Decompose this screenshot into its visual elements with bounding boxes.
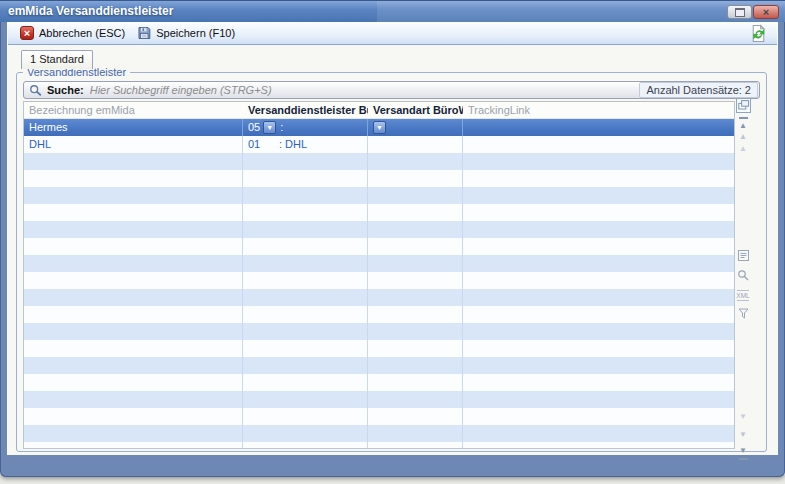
cell-empty	[368, 408, 463, 425]
filter-icon[interactable]	[735, 307, 751, 322]
cell-empty	[463, 289, 734, 306]
table-row-empty[interactable]	[24, 408, 734, 425]
cell-empty	[368, 442, 463, 448]
table-row-empty[interactable]	[24, 238, 734, 255]
cell-empty	[24, 255, 243, 272]
cancel-button[interactable]: × Abbrechen (ESC)	[14, 25, 131, 41]
cell-empty	[243, 221, 368, 238]
table-row-empty[interactable]	[24, 153, 734, 170]
close-button[interactable]: ×	[753, 5, 779, 19]
table-row-empty[interactable]	[24, 289, 734, 306]
table-row-empty[interactable]	[24, 391, 734, 408]
cell-empty	[24, 357, 243, 374]
cell-empty	[243, 272, 368, 289]
grid-side-toolbar: ▲ ▲ ▲	[735, 73, 753, 451]
cancel-button-label: Abbrechen (ESC)	[39, 27, 125, 39]
table-row-empty[interactable]	[24, 374, 734, 391]
vdl-dropdown[interactable]: ▼	[263, 121, 276, 134]
cell-empty	[24, 187, 243, 204]
table-row-empty[interactable]	[24, 425, 734, 442]
cell-empty	[463, 238, 734, 255]
cell-empty	[24, 204, 243, 221]
cell-empty	[368, 255, 463, 272]
table-row-empty[interactable]	[24, 357, 734, 374]
search-zoom-icon[interactable]	[735, 269, 751, 284]
versandart-dropdown[interactable]: ▼	[373, 121, 386, 134]
cell-empty	[24, 391, 243, 408]
refresh-icon	[749, 24, 768, 43]
titlebar[interactable]: emMida Versanddienstleister ×	[0, 0, 785, 22]
cell-empty	[24, 340, 243, 357]
table-row[interactable]: DHL01: DHL	[24, 136, 734, 153]
save-button[interactable]: Speichern (F10)	[131, 25, 241, 41]
cell-empty	[368, 425, 463, 442]
export-xml-icon[interactable]: XML	[735, 289, 751, 304]
column-header-2[interactable]: Versandart BüroWARE	[368, 102, 463, 118]
vdl-code: 05	[248, 119, 260, 136]
search-icon	[29, 84, 42, 97]
search-label: Suche:	[47, 84, 84, 96]
table-row-empty[interactable]	[24, 204, 734, 221]
save-icon	[137, 26, 151, 40]
scroll-top-icon[interactable]: ▲	[735, 117, 751, 132]
cell-empty	[243, 255, 368, 272]
cell-empty	[463, 374, 734, 391]
table-row-empty[interactable]	[24, 255, 734, 272]
cell-empty	[463, 442, 734, 448]
cell-empty	[243, 170, 368, 187]
table-row-empty[interactable]	[24, 170, 734, 187]
table-row[interactable]: Hermes05▼:▼	[24, 119, 734, 136]
refresh-button[interactable]	[749, 24, 768, 43]
grid: Bezeichnung emMidaVersanddienstleister B…	[23, 101, 735, 449]
table-row-empty[interactable]	[24, 306, 734, 323]
cell-empty	[243, 340, 368, 357]
column-header-0[interactable]: Bezeichnung emMida	[24, 102, 243, 118]
column-header-1[interactable]: Versanddienstleister BüroWARE	[243, 102, 368, 118]
cell-empty	[368, 391, 463, 408]
cell-empty	[24, 408, 243, 425]
search-placeholder: Hier Suchbegriff eingeben (STRG+S)	[90, 84, 272, 96]
table-row-empty[interactable]	[24, 323, 734, 340]
cell-empty	[368, 221, 463, 238]
restore-button[interactable]	[727, 5, 752, 19]
vdl-code: 01	[248, 136, 279, 153]
cell-empty	[24, 170, 243, 187]
svg-text:XML: XML	[736, 292, 750, 299]
cell-empty	[243, 238, 368, 255]
cell-empty	[243, 391, 368, 408]
cell-empty	[243, 425, 368, 442]
row-down-icon[interactable]: ▼	[735, 411, 751, 423]
cell-bezeichnung: Hermes	[24, 119, 243, 136]
cell-empty	[243, 204, 368, 221]
groupbox-versanddienstleister: Versanddienstleister Suche: Hier Suchbeg…	[16, 72, 767, 452]
row-up-icon[interactable]: ▲	[735, 143, 751, 155]
column-header-3[interactable]: TrackingLink	[463, 102, 734, 118]
cell-empty	[243, 442, 368, 448]
page-up-icon[interactable]: ▲	[735, 131, 751, 143]
cell-empty	[368, 204, 463, 221]
cell-empty	[243, 187, 368, 204]
cell-empty	[368, 357, 463, 374]
column-chooser-icon[interactable]	[735, 98, 751, 115]
tab-standard[interactable]: 1 Standard	[21, 50, 93, 69]
cell-empty	[463, 357, 734, 374]
search-bar[interactable]: Suche: Hier Suchbegriff eingeben (STRG+S…	[23, 81, 760, 99]
page-down-icon[interactable]: ▼	[735, 429, 751, 441]
cell-empty	[243, 408, 368, 425]
table-row-empty[interactable]	[24, 272, 734, 289]
table-row-empty[interactable]	[24, 442, 734, 448]
cell-empty	[368, 238, 463, 255]
cell-empty	[463, 425, 734, 442]
cell-empty	[463, 340, 734, 357]
cell-empty	[24, 323, 243, 340]
cancel-icon: ×	[20, 26, 34, 40]
cell-trackinglink	[463, 119, 734, 136]
table-row-empty[interactable]	[24, 187, 734, 204]
vdl-suffix: : DHL	[279, 138, 307, 150]
cell-empty	[243, 306, 368, 323]
table-row-empty[interactable]	[24, 340, 734, 357]
table-row-empty[interactable]	[24, 221, 734, 238]
view-details-icon[interactable]	[735, 249, 751, 264]
scroll-bottom-icon[interactable]: ▼	[735, 445, 751, 460]
cell-empty	[463, 187, 734, 204]
